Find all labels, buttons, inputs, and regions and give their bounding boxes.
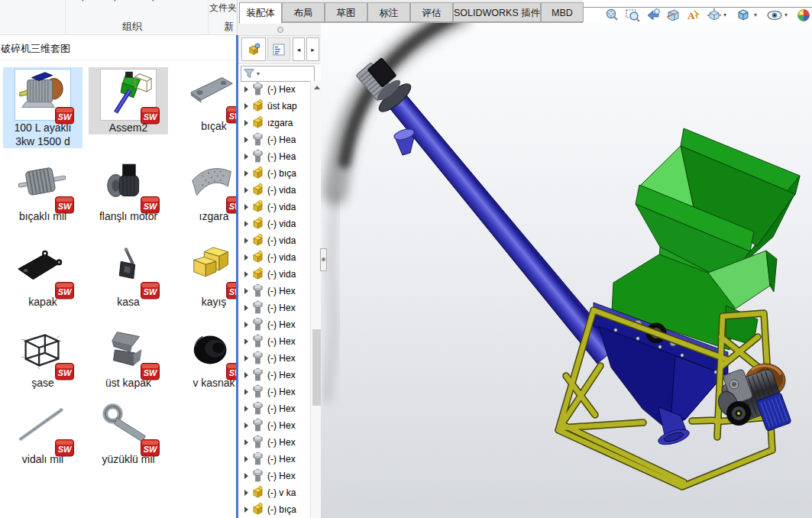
display-style-caret[interactable]: ▾ <box>754 11 757 18</box>
expand-arrow-icon[interactable] <box>244 137 248 143</box>
tree-item-13[interactable]: (-) Hex <box>238 283 322 299</box>
file-item-100-l-ayaklı-3kw-1500-d[interactable]: SW100 L ayaklı3kw 1500 d <box>3 67 82 148</box>
expand-arrow-icon[interactable] <box>244 338 248 345</box>
dropdown-caret-icon[interactable]: ▾ <box>113 0 117 3</box>
expand-arrow-icon[interactable] <box>244 305 248 311</box>
expand-arrow-icon[interactable] <box>244 271 248 277</box>
expand-arrow-icon[interactable] <box>244 422 248 429</box>
ribbon-tab-3[interactable]: 草图 <box>325 2 367 22</box>
tree-item-10[interactable]: (-) vida <box>238 232 322 249</box>
ribbon-tab-1[interactable]: 装配体 <box>239 2 282 24</box>
panel-splitter-handle[interactable] <box>320 248 327 271</box>
graphics-viewport[interactable] <box>321 23 812 518</box>
expand-arrow-icon[interactable] <box>244 439 248 445</box>
expand-arrow-icon[interactable] <box>244 355 248 361</box>
expand-arrow-icon[interactable] <box>244 406 248 412</box>
view-orientation-caret[interactable]: ▾ <box>723 11 726 18</box>
organize-button[interactable]: 组织 <box>122 20 142 34</box>
expand-arrow-icon[interactable] <box>244 103 248 109</box>
expand-arrow-icon[interactable] <box>244 322 248 328</box>
tree-scroll-left-button[interactable]: ◂ <box>293 37 305 61</box>
view-orientation-icon[interactable] <box>706 8 723 24</box>
new-folder-button[interactable]: 新 <box>224 20 234 34</box>
file-item-flanşlı-motor[interactable]: SWflanşlı motor <box>89 157 168 223</box>
tree-item-3[interactable]: ızgara <box>238 115 322 131</box>
tree-item-26[interactable]: (-) bıça <box>238 501 322 518</box>
edit-appearance-icon[interactable] <box>796 8 812 24</box>
screw-conveyor[interactable] <box>356 58 617 364</box>
previous-view-icon[interactable] <box>645 8 662 24</box>
zoom-area-icon[interactable] <box>625 8 642 24</box>
tree-item-19[interactable]: (-) Hex <box>238 384 322 400</box>
tree-item-21[interactable]: (-) Hex <box>238 417 322 434</box>
tree-item-1[interactable]: (-) Hex <box>238 81 322 98</box>
ribbon-tab-5[interactable]: 评估 <box>410 2 453 22</box>
expand-arrow-icon[interactable] <box>244 372 248 378</box>
zoom-fit-icon[interactable] <box>604 8 621 24</box>
expand-arrow-icon[interactable] <box>244 238 248 244</box>
section-view-icon[interactable] <box>665 8 682 24</box>
file-item-bıçak[interactable]: SWbıçak <box>174 67 237 133</box>
expand-arrow-icon[interactable] <box>244 456 248 462</box>
filter-caret[interactable]: ▾ <box>257 70 260 77</box>
tree-item-9[interactable]: (-) vida <box>238 215 322 232</box>
tree-filter-box[interactable]: ▾ <box>241 66 315 82</box>
expand-arrow-icon[interactable] <box>244 170 248 176</box>
collapse-handle[interactable] <box>277 27 283 33</box>
expand-arrow-icon[interactable] <box>244 490 248 496</box>
file-item-vidalı-mil[interactable]: SWvidalı mil <box>3 400 82 466</box>
expand-arrow-icon[interactable] <box>244 507 248 513</box>
expand-arrow-icon[interactable] <box>244 120 248 126</box>
tree-item-8[interactable]: (-) vida <box>238 199 322 215</box>
expand-arrow-icon[interactable] <box>244 288 248 294</box>
tree-item-20[interactable]: (-) Hex <box>238 400 322 417</box>
file-item-assem2[interactable]: SWAssem2 <box>89 67 168 134</box>
file-item-kasa[interactable]: SWkasa <box>89 243 168 309</box>
tree-item-16[interactable]: (-) Hex <box>238 333 322 350</box>
tree-item-12[interactable]: (-) vida <box>238 266 322 283</box>
file-item-v-kasnak[interactable]: SWv kasnak <box>174 324 237 390</box>
tree-item-5[interactable]: (-) Hea <box>238 148 322 165</box>
tab-featuremanager[interactable] <box>241 37 266 61</box>
tree-item-6[interactable]: (-) bıça <box>238 165 322 182</box>
ribbon-tab-4[interactable]: 标注 <box>367 2 410 22</box>
expand-arrow-icon[interactable] <box>244 187 248 193</box>
expand-arrow-icon[interactable] <box>244 389 248 395</box>
tree-item-22[interactable]: (-) Hex <box>238 434 322 451</box>
scrollbar-thumb[interactable] <box>312 329 321 406</box>
display-style-icon[interactable] <box>736 8 752 24</box>
file-item-üst-kapak[interactable]: SWüst kapak <box>89 324 168 390</box>
tree-item-14[interactable]: (-) Hex <box>238 299 322 316</box>
dropdown-caret-icon[interactable]: ▾ <box>151 0 155 3</box>
crusher-hopper[interactable] <box>612 128 800 350</box>
file-item-kapak[interactable]: SWkapak <box>3 243 82 309</box>
tab-propertymanager[interactable] <box>267 37 290 61</box>
scroll-up-arrow[interactable] <box>314 86 320 89</box>
tree-item-17[interactable]: (-) Hex <box>238 350 322 367</box>
tree-item-2[interactable]: üst kap <box>238 98 322 115</box>
ribbon-tab-7[interactable]: MBD <box>541 2 584 22</box>
tree-item-24[interactable]: (-) Hex <box>238 468 322 484</box>
expand-arrow-icon[interactable] <box>244 473 248 479</box>
file-item-şase[interactable]: SWşase <box>3 324 82 390</box>
tree-scroll-right-button[interactable]: ▸ <box>306 37 319 61</box>
tree-item-23[interactable]: (-) Hex <box>238 451 322 468</box>
tree-item-18[interactable]: (-) Hex <box>238 367 322 384</box>
tree-item-4[interactable]: (-) Hea <box>238 131 322 148</box>
ribbon-tab-2[interactable]: 布局 <box>282 2 325 22</box>
expand-arrow-icon[interactable] <box>244 254 248 261</box>
file-item-ızgara[interactable]: SWızgara <box>174 157 237 223</box>
annotation-visibility-icon[interactable]: A <box>685 8 702 24</box>
dropdown-caret-icon[interactable]: ▾ <box>81 0 85 3</box>
expand-arrow-icon[interactable] <box>244 86 248 92</box>
tree-item-11[interactable]: (-) vida <box>238 249 322 266</box>
ribbon-tab-6[interactable]: SOLIDWORKS 插件 <box>453 2 541 22</box>
hide-show-caret[interactable]: ▾ <box>785 11 788 18</box>
tree-item-15[interactable]: (-) Hex <box>238 316 322 333</box>
file-item-kayış[interactable]: SWkayış <box>174 243 237 309</box>
file-item-yüzüklü-mil[interactable]: SWyüzüklü mil <box>89 400 168 466</box>
expand-arrow-icon[interactable] <box>244 154 248 160</box>
tree-item-25[interactable]: (-) v ka <box>238 484 322 501</box>
expand-arrow-icon[interactable] <box>244 221 248 227</box>
tree-item-7[interactable]: (-) vida <box>238 182 322 199</box>
